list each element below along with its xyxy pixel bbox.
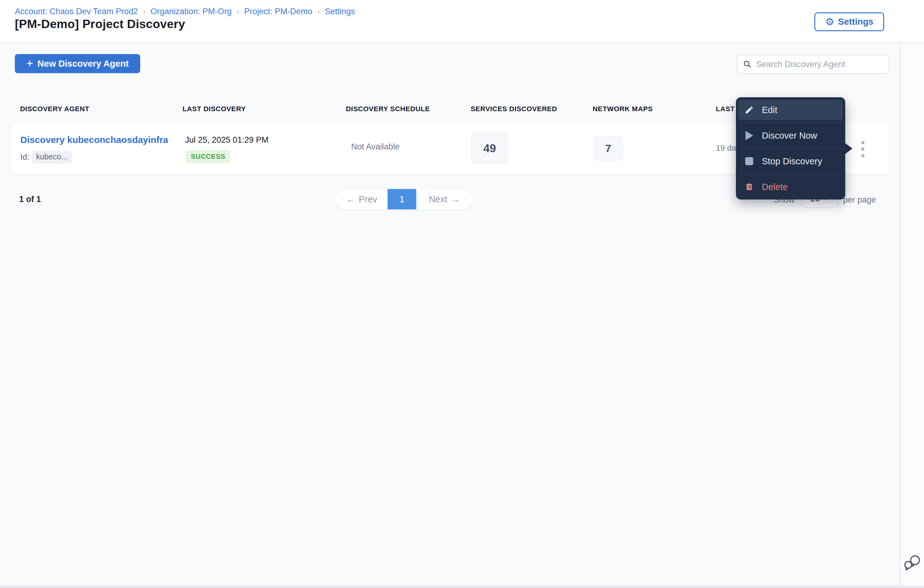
left-arrow-icon: ← (346, 194, 355, 205)
column-header-discovery-schedule: DISCOVERY SCHEDULE (346, 105, 430, 113)
right-gutter (901, 0, 924, 588)
menu-pointer-arrow (845, 143, 852, 154)
agent-id-value: kubeco... (32, 151, 72, 164)
next-page-button[interactable]: Next → (416, 189, 472, 210)
column-header-last-discovery: LAST DISCOVERY (183, 105, 246, 113)
search-box (737, 55, 889, 74)
agent-id-label: Id: (20, 152, 29, 162)
settings-button[interactable]: ⚙ Settings (814, 12, 884, 31)
new-discovery-agent-label: New Discovery Agent (37, 59, 129, 69)
menu-item-edit[interactable]: Edit (738, 100, 843, 120)
prev-label: Prev (359, 194, 377, 205)
pagination-summary: 1 of 1 (19, 195, 41, 204)
play-icon (744, 131, 754, 140)
menu-item-discover-now[interactable]: Discover Now (738, 126, 843, 146)
breadcrumb-separator: › (143, 7, 145, 17)
pagination: ← Prev 1 Next → (336, 189, 472, 210)
menu-divider (740, 174, 842, 174)
right-arrow-icon: → (451, 194, 460, 205)
window-bottom-edge (0, 586, 924, 588)
right-panel-divider (900, 0, 901, 588)
discovery-schedule-value: Not Available (351, 142, 399, 152)
per-page-label: per page (843, 195, 876, 205)
chat-bubbles-icon (903, 554, 922, 572)
column-header-last: LAST (716, 105, 735, 113)
kebab-icon (861, 141, 865, 157)
search-icon (743, 60, 752, 69)
services-discovered-count: 49 (471, 133, 508, 164)
row-actions-menu: Edit Discover Now Stop Discovery Delete (736, 97, 845, 200)
breadcrumb-link-account[interactable]: Account: Chaos Dev Team Prod2 (15, 7, 138, 17)
menu-item-discover-now-label: Discover Now (762, 130, 817, 141)
breadcrumb-link-project[interactable]: Project: PM-Demo (244, 7, 312, 17)
breadcrumb-separator: › (317, 7, 320, 17)
agent-name-link[interactable]: Discovery kubeconchaosdayinfra (20, 135, 168, 145)
menu-item-stop-discovery-label: Stop Discovery (762, 156, 822, 167)
menu-item-edit-label: Edit (762, 105, 777, 115)
stop-icon (744, 157, 754, 165)
menu-item-stop-discovery[interactable]: Stop Discovery (738, 151, 843, 172)
help-button[interactable] (903, 554, 922, 572)
next-label: Next (429, 194, 447, 205)
gear-icon: ⚙ (825, 17, 835, 27)
network-maps-count: 7 (594, 136, 623, 160)
column-header-discovery-agent: DISCOVERY AGENT (20, 105, 89, 113)
page-header: Account: Chaos Dev Team Prod2 › Organiza… (0, 0, 924, 43)
plus-icon: + (26, 58, 33, 69)
menu-divider (740, 148, 842, 149)
column-header-network-maps: NETWORK MAPS (592, 105, 653, 113)
last-discovery-date: Jul 25, 2025 01:29 PM (185, 135, 268, 145)
agent-id: Id: kubeco... (20, 151, 72, 164)
pencil-icon (744, 105, 754, 115)
settings-button-label: Settings (838, 17, 873, 27)
breadcrumb-link-settings[interactable]: Settings (325, 7, 355, 17)
new-discovery-agent-button[interactable]: + New Discovery Agent (15, 54, 140, 73)
menu-item-delete-label: Delete (762, 182, 788, 192)
breadcrumb-link-organization[interactable]: Organization: PM-Org (150, 7, 232, 17)
search-input[interactable] (756, 59, 883, 69)
prev-page-button[interactable]: ← Prev (336, 189, 388, 210)
breadcrumb-separator: › (237, 7, 239, 17)
current-page-button[interactable]: 1 (388, 189, 416, 210)
menu-divider (740, 122, 842, 123)
status-badge: SUCCESS (186, 150, 230, 164)
project-discovery-page: Account: Chaos Dev Team Prod2 › Organiza… (0, 0, 924, 588)
column-header-services-discovered: SERVICES DISCOVERED (471, 105, 557, 113)
menu-item-delete[interactable]: Delete (738, 177, 843, 197)
trash-icon (744, 182, 754, 192)
breadcrumb: Account: Chaos Dev Team Prod2 › Organiza… (15, 7, 355, 17)
page-title: [PM-Demo] Project Discovery (15, 17, 185, 31)
